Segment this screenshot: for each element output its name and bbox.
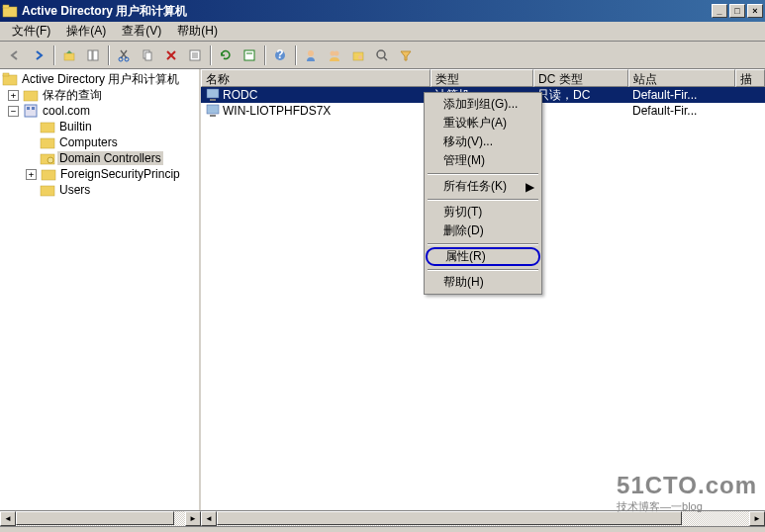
svg-rect-1: [3, 5, 9, 8]
menu-action[interactable]: 操作(A): [58, 21, 114, 42]
maximize-button[interactable]: □: [729, 4, 745, 18]
svg-rect-2: [64, 53, 74, 60]
list-body[interactable]: RODC 计算机 只读，DC Default-Fir... WIN-LIOTPH…: [201, 87, 765, 510]
close-button[interactable]: ×: [747, 4, 763, 18]
tree-label: Builtin: [57, 120, 94, 133]
scroll-left-icon[interactable]: ◄: [201, 511, 217, 526]
svg-rect-37: [210, 99, 216, 101]
find-button[interactable]: [371, 44, 393, 66]
menubar: 文件(F) 操作(A) 查看(V) 帮助(H): [0, 22, 765, 42]
scroll-thumb[interactable]: [16, 511, 174, 525]
menu-help[interactable]: 帮助(H): [426, 273, 540, 292]
col-dc-type[interactable]: DC 类型: [533, 69, 628, 87]
svg-rect-31: [41, 138, 54, 148]
menu-manage[interactable]: 管理(M): [426, 151, 540, 170]
col-desc[interactable]: 描: [735, 69, 765, 87]
tree-root[interactable]: Active Directory 用户和计算机: [2, 71, 197, 87]
tree-label: Domain Controllers: [57, 151, 163, 165]
refresh-button[interactable]: [215, 44, 237, 66]
menu-reset-account[interactable]: 重设帐户(A): [426, 114, 540, 133]
delete-button[interactable]: [160, 44, 182, 66]
export-button[interactable]: [239, 44, 260, 66]
scroll-right-icon[interactable]: ►: [749, 511, 765, 526]
col-site[interactable]: 站点: [628, 69, 735, 87]
new-ou-button[interactable]: [347, 44, 369, 66]
app-icon: [2, 3, 18, 19]
help-button[interactable]: ?: [269, 44, 291, 66]
tree-domain-controllers[interactable]: Domain Controllers: [2, 150, 197, 166]
minimize-button[interactable]: _: [712, 4, 727, 18]
menu-all-tasks[interactable]: 所有任务(K)▶: [426, 177, 540, 196]
menu-move[interactable]: 移动(V)...: [426, 133, 540, 151]
list-header: 名称 类型 DC 类型 站点 描: [201, 69, 765, 87]
menu-add-to-group[interactable]: 添加到组(G)...: [426, 95, 540, 114]
tree-fsp[interactable]: + ForeignSecurityPrincip: [2, 166, 197, 182]
svg-rect-39: [210, 115, 216, 117]
svg-rect-4: [93, 50, 98, 60]
tree-label: Computers: [57, 135, 120, 149]
menu-properties[interactable]: 属性(R): [426, 247, 540, 266]
menu-cut[interactable]: 剪切(T): [426, 203, 540, 222]
back-button[interactable]: [4, 44, 26, 66]
scroll-thumb[interactable]: [217, 511, 682, 525]
expand-icon[interactable]: +: [8, 90, 19, 101]
tree-computers[interactable]: Computers: [2, 134, 197, 150]
svg-rect-35: [41, 186, 54, 196]
cut-button[interactable]: [113, 44, 135, 66]
scroll-left-icon[interactable]: ◄: [0, 511, 16, 526]
svg-point-22: [377, 50, 385, 58]
svg-rect-24: [3, 75, 17, 85]
folder-icon: [40, 182, 55, 198]
forward-button[interactable]: [28, 44, 49, 66]
svg-rect-25: [3, 73, 9, 76]
tree-users[interactable]: Users: [2, 182, 197, 198]
copy-button[interactable]: [137, 44, 158, 66]
tree-panel[interactable]: Active Directory 用户和计算机 + 保存的查询 − cool.c…: [0, 69, 201, 510]
scroll-right-icon[interactable]: ►: [185, 511, 201, 526]
menu-file[interactable]: 文件(F): [4, 21, 58, 42]
cell-site: Default-Fir...: [628, 88, 735, 102]
list-panel: 名称 类型 DC 类型 站点 描 RODC 计算机 只读，DC Default-…: [201, 69, 765, 510]
cell-site: Default-Fir...: [628, 104, 735, 118]
statusbar: [0, 526, 765, 532]
folder-icon: [2, 71, 18, 87]
list-hscroll[interactable]: ◄ ►: [201, 510, 765, 526]
cell-dc-type: 只读，DC: [533, 87, 628, 104]
computer-icon: [205, 104, 221, 118]
menu-help[interactable]: 帮助(H): [169, 21, 226, 42]
col-type[interactable]: 类型: [430, 69, 533, 87]
tree-saved-queries[interactable]: + 保存的查询: [2, 87, 197, 103]
svg-text:?: ?: [276, 48, 283, 61]
menu-delete[interactable]: 删除(D): [426, 222, 540, 240]
tree-builtin[interactable]: Builtin: [2, 119, 197, 134]
computer-icon: [205, 88, 221, 102]
col-name[interactable]: 名称: [201, 69, 430, 87]
filter-button[interactable]: [395, 44, 417, 66]
context-menu: 添加到组(G)... 重设帐户(A) 移动(V)... 管理(M) 所有任务(K…: [424, 92, 542, 295]
new-group-button[interactable]: [324, 44, 345, 66]
svg-line-23: [384, 57, 387, 60]
window-title: Active Directory 用户和计算机: [22, 3, 710, 20]
submenu-arrow-icon: ▶: [526, 180, 534, 194]
tree-domain[interactable]: − cool.com: [2, 103, 197, 119]
collapse-icon[interactable]: −: [8, 106, 19, 117]
new-user-button[interactable]: [300, 44, 322, 66]
content-area: Active Directory 用户和计算机 + 保存的查询 − cool.c…: [0, 69, 765, 510]
cell-name: RODC: [223, 88, 257, 102]
cell-name: WIN-LIOTPHFDS7X: [223, 104, 331, 118]
svg-rect-8: [145, 52, 151, 60]
expand-icon[interactable]: +: [26, 169, 37, 180]
tree-hscroll[interactable]: ◄ ►: [0, 510, 201, 526]
show-hide-button[interactable]: [82, 44, 104, 66]
svg-rect-28: [27, 107, 30, 110]
up-button[interactable]: [58, 44, 80, 66]
svg-rect-3: [88, 50, 92, 60]
svg-rect-0: [3, 7, 17, 17]
menu-view[interactable]: 查看(V): [114, 21, 169, 42]
properties-button[interactable]: [184, 44, 206, 66]
svg-rect-13: [244, 50, 254, 60]
tree-label: ForeignSecurityPrincip: [58, 167, 182, 181]
svg-rect-36: [207, 89, 219, 98]
tree-root-label: Active Directory 用户和计算机: [20, 71, 181, 88]
svg-rect-38: [207, 105, 219, 114]
